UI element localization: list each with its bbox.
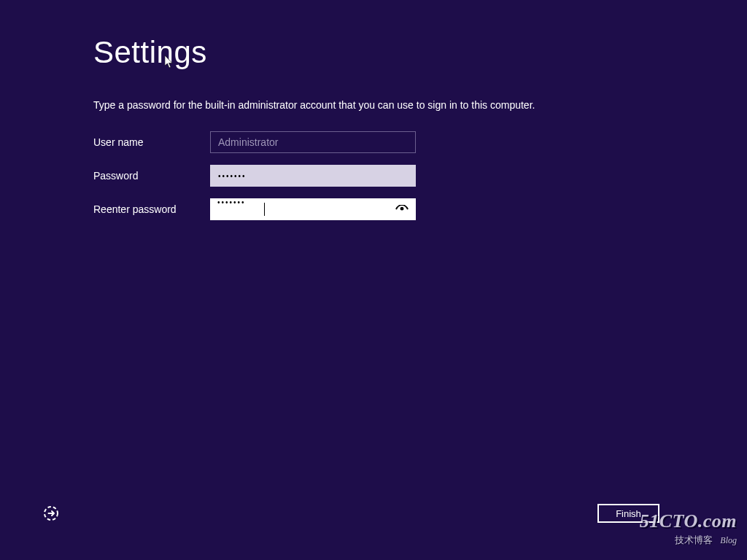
reenter-label: Reenter password (93, 203, 210, 215)
password-label: Password (93, 170, 210, 182)
svg-point-0 (400, 207, 404, 211)
finish-button[interactable]: Finish (597, 504, 659, 523)
instruction-text: Type a password for the built-in adminis… (93, 99, 659, 111)
reveal-password-button[interactable] (392, 198, 411, 220)
watermark-blog: Blog (720, 535, 737, 546)
footer-bar: Finish (0, 502, 747, 525)
watermark-sub: 技术博客 Blog (640, 534, 737, 547)
ease-of-access-icon (42, 504, 61, 523)
settings-screen: Settings Type a password for the built-i… (0, 0, 747, 560)
page-title: Settings (93, 35, 659, 70)
reenter-password-field[interactable]: ••••••• (210, 198, 416, 220)
password-row: Password ••••••• (93, 165, 659, 187)
username-row: User name Administrator (93, 131, 659, 153)
reenter-password-wrap[interactable]: ••••••• (210, 198, 416, 220)
password-field[interactable]: ••••••• (210, 165, 416, 187)
username-field: Administrator (210, 131, 416, 153)
watermark-sub-text: 技术博客 (675, 534, 713, 547)
eye-icon (395, 205, 409, 214)
username-label: User name (93, 136, 210, 148)
reenter-row: Reenter password ••••••• (93, 198, 659, 220)
ease-of-access-button[interactable] (41, 503, 61, 524)
text-caret (264, 203, 265, 216)
